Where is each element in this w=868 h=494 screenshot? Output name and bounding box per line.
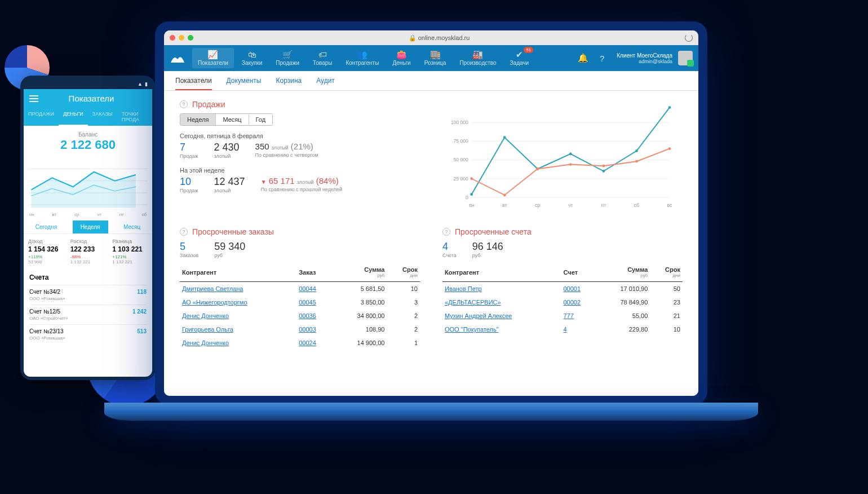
nav-tasks[interactable]: ✔Задачи51 [504,48,535,68]
phone-status-bar: ▲▮ [24,81,152,89]
table-row: АО «Нижегородторгмо 00045 3 850,003 [180,295,420,309]
svg-point-27 [668,106,671,109]
svg-point-31 [569,163,572,166]
period-switcher: Неделя Месяц Год [180,113,273,126]
overdue-invoices-table: Контрагент Счет Суммаруб Срокдни Иванов … [442,263,683,336]
party-link[interactable]: Иванов Петр [445,285,482,292]
list-item[interactable]: Счет №23/13ООО «Ромашка» 513 [29,324,147,344]
table-row: Григорьева Ольга 00003 108,902 [180,323,420,336]
table-row: «ДЕЛЬТАСЕРВИС» 00002 78 849,9023 [442,295,683,309]
phone-title: Показатели [45,94,138,103]
table-row: Дмитриева Светлана 00044 5 681,5010 [180,282,420,296]
range-week[interactable]: Неделя [73,220,108,233]
help-icon[interactable]: ? [180,100,188,108]
nav-money[interactable]: 👛Деньги [387,48,416,68]
table-row: Денис Донченко 00024 14 900,001 [180,336,420,350]
svg-text:пн: пн [469,202,475,208]
phone-tab-money[interactable]: ДЕНЬГИ [59,108,88,126]
sales-card: ?Продажи Неделя Месяц Год Сегодня, пятни… [180,100,418,213]
svg-text:50 000: 50 000 [453,157,468,162]
phone-chart [24,156,152,212]
overdue-orders-table: Контрагент Заказ Суммаруб Срокдни Дмитри… [180,263,420,350]
svg-point-33 [635,160,638,163]
close-icon[interactable] [170,35,175,41]
help-icon[interactable]: ? [180,228,188,236]
tab-trash[interactable]: Корзина [276,77,302,90]
user-menu[interactable]: Клиент МоегоСклада admin@sklada [617,52,672,64]
maximize-icon[interactable] [188,35,193,41]
tasks-badge: 51 [524,47,533,53]
nav-purchases[interactable]: 🛍Закупки [236,48,268,68]
party-link[interactable]: Мухин Андрей Алексее [445,312,512,319]
week-amount: 12 437злотый [214,176,245,193]
browser-chrome: 🔒 online.moysklad.ru [164,30,698,45]
doc-link[interactable]: 4 [563,326,566,333]
phone-tab-pos[interactable]: ТОЧКИ ПРОДА [117,108,152,126]
stat-expense: Расход 122 233 -98% 1 132 221 [68,239,108,264]
doc-link[interactable]: 00003 [299,326,316,333]
phone-tabs: ПРОДАЖИ ДЕНЬГИ ЗАКАЗЫ ТОЧКИ ПРОДА [24,108,152,126]
logo-icon[interactable] [170,52,185,64]
party-link[interactable]: Денис Донченко [182,312,229,319]
nav-goods[interactable]: 🏷Товары [307,48,338,68]
svg-text:25 000: 25 000 [453,176,468,182]
party-link[interactable]: Денис Донченко [182,339,229,346]
svg-point-29 [503,194,506,197]
svg-point-26 [635,149,638,152]
tab-indicators[interactable]: Показатели [175,77,212,90]
phone-tab-sales[interactable]: ПРОДАЖИ [24,108,59,126]
svg-text:ср: ср [535,202,540,208]
tab-documents[interactable]: Документы [227,77,262,90]
svg-point-34 [668,147,671,150]
period-week[interactable]: Неделя [180,114,216,125]
party-link[interactable]: «ДЕЛЬТАСЕРВИС» [445,299,501,306]
doc-link[interactable]: 777 [563,312,573,319]
doc-link[interactable]: 00024 [299,339,316,346]
nav-indicators[interactable]: 📈Показатели [192,48,234,68]
svg-point-32 [602,165,605,167]
phone-header: Показатели [24,89,152,108]
nav-retail[interactable]: 🏬Розница [419,48,452,68]
bell-icon[interactable]: 🔔 [578,53,588,63]
refresh-icon[interactable] [685,34,693,42]
doc-link[interactable]: 00036 [299,312,316,319]
top-nav: 📈Показатели 🛍Закупки 🛒Продажи 🏷Товары 👥К… [164,45,698,71]
laptop-base [104,403,758,421]
svg-text:чт: чт [568,202,573,208]
today-amount: 2 430злотый [214,142,240,159]
tab-audit[interactable]: Аудит [316,77,335,90]
doc-link[interactable]: 00045 [299,299,316,306]
stat-diff: Разница 1 103 221 +121% 1 132 221 [110,239,150,264]
doc-link[interactable]: 00044 [299,285,316,292]
nav-contractors[interactable]: 👥Контрагенты [340,48,384,68]
week-diff: ▼ 65 171 злотый (84%) По сравнению с про… [261,176,343,193]
range-today[interactable]: Сегодня [28,220,65,233]
party-link[interactable]: АО «Нижегородторгмо [182,299,247,306]
list-item[interactable]: Счет №12/5ОАО «СтройУчет» 1 242 [29,305,147,324]
list-item[interactable]: Счет №34/2ООО «Ромашка» 118 [29,285,147,305]
doc-link[interactable]: 00002 [563,299,581,306]
menu-icon[interactable] [29,95,38,102]
party-link[interactable]: Григорьева Ольга [182,326,233,333]
help-icon[interactable]: ? [600,54,604,63]
svg-text:0: 0 [466,195,468,200]
doc-link[interactable]: 00001 [563,285,581,292]
period-month[interactable]: Месяц [216,114,249,125]
table-row: Денис Донченко 00036 34 800,002 [180,309,420,323]
today-diff: 350 злотый (21%) По сравнению с четверго… [255,142,318,159]
nav-sales[interactable]: 🛒Продажи [270,48,305,68]
week-label: На этой неделе [180,167,418,174]
url-bar[interactable]: 🔒 online.moysklad.ru [197,34,681,42]
avatar[interactable] [678,51,693,65]
phone-tab-orders[interactable]: ЗАКАЗЫ [88,108,117,126]
party-link[interactable]: Дмитриева Светлана [182,285,243,292]
range-month[interactable]: Месяц [116,220,148,233]
minimize-icon[interactable] [179,35,184,41]
nav-production[interactable]: 🏭Производство [454,48,502,68]
laptop-mockup: 🔒 online.moysklad.ru 📈Показатели 🛍Закупк… [155,21,707,405]
help-icon[interactable]: ? [442,228,450,236]
period-year[interactable]: Год [249,114,273,125]
svg-point-22 [503,136,506,139]
svg-text:75 000: 75 000 [453,138,468,144]
party-link[interactable]: ООО "Покупатель" [445,326,499,333]
